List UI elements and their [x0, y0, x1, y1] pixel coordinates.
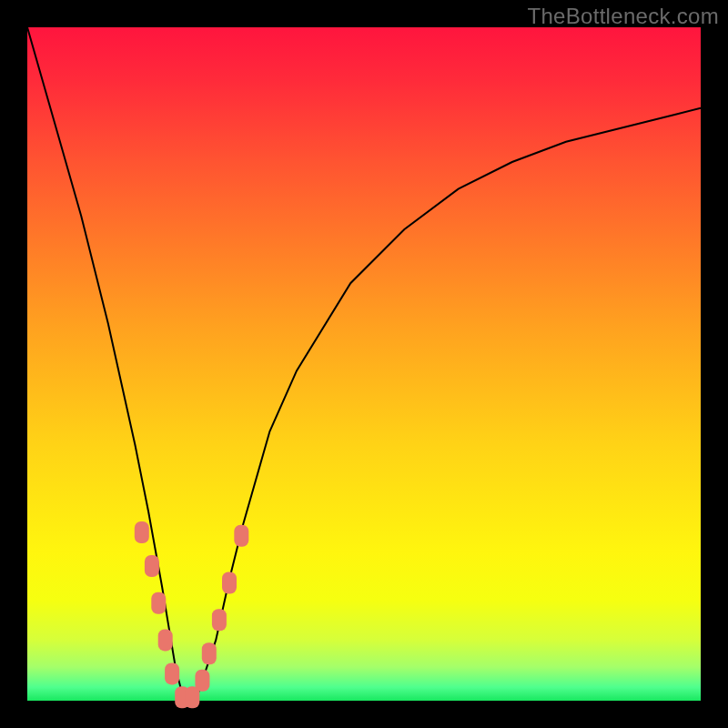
watermark-text: TheBottleneck.com [527, 4, 719, 29]
bottleneck-curve [27, 27, 701, 701]
data-marker [222, 572, 237, 594]
data-marker [151, 592, 166, 614]
data-marker [135, 521, 149, 543]
chart-svg [27, 27, 701, 701]
data-marker [165, 662, 179, 684]
data-marker [158, 629, 173, 651]
marker-group [135, 521, 249, 708]
data-marker [202, 642, 217, 664]
data-marker [234, 525, 248, 547]
data-marker [145, 555, 159, 577]
plot-area [27, 27, 701, 701]
data-marker [195, 670, 209, 692]
data-marker [212, 609, 227, 631]
chart-frame: TheBottleneck.com [0, 0, 728, 728]
